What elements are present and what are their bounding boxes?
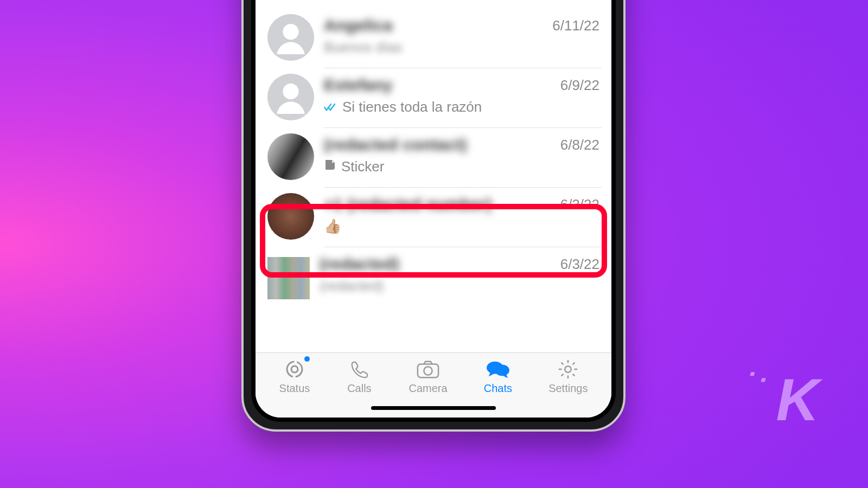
svg-point-10 (565, 366, 571, 372)
svg-line-16 (573, 374, 575, 376)
avatar-photo (267, 257, 310, 299)
tab-calls[interactable]: Calls (346, 358, 372, 395)
read-ticks-icon (324, 103, 338, 112)
chat-snippet: Si tienes toda la razón (324, 99, 554, 115)
status-ring-icon (282, 358, 308, 380)
app-screen: Angelica Buenos días 6/11/22 (256, 0, 611, 418)
tab-status[interactable]: Status (279, 358, 310, 395)
tab-label: Status (279, 382, 310, 395)
chat-date: 6/3/22 (560, 195, 599, 235)
tab-settings[interactable]: Settings (548, 358, 588, 395)
tab-label: Calls (347, 382, 371, 395)
phone-inner: Angelica Buenos días 6/11/22 (251, 0, 616, 422)
svg-point-1 (283, 24, 298, 40)
chat-date: 6/8/22 (560, 136, 599, 175)
svg-line-18 (573, 363, 575, 365)
tab-chats[interactable]: Chats (484, 358, 512, 395)
chat-snippet: Buenos días (324, 39, 546, 56)
svg-point-9 (495, 364, 509, 376)
chat-name: (redacted) (320, 255, 554, 273)
tab-label: Camera (409, 382, 448, 395)
svg-point-5 (291, 366, 298, 373)
avatar-placeholder-icon (267, 74, 314, 120)
chat-snippet: 👍🏼 (324, 218, 554, 235)
svg-point-3 (283, 84, 298, 99)
chat-name: Estefany (324, 76, 554, 94)
avatar-photo (267, 133, 314, 180)
svg-line-17 (561, 374, 564, 376)
chat-snippet: Sticker (324, 158, 554, 175)
chat-row-highlighted[interactable]: +1 (redacted number) 👍🏼 6/3/22 (256, 188, 611, 247)
svg-line-15 (561, 363, 564, 365)
camera-icon (415, 358, 441, 380)
chat-bubbles-icon (485, 358, 511, 380)
tab-label: Settings (548, 382, 588, 395)
chat-date: 6/3/22 (560, 255, 599, 294)
chat-name: (redacted contact) (324, 136, 554, 154)
phone-icon (346, 358, 372, 380)
watermark-logo: K (776, 365, 816, 434)
chat-row[interactable]: (redacted contact) Sticker 6/8/22 (256, 128, 611, 188)
sticker-icon (324, 158, 337, 175)
chat-name: Angelica (324, 16, 546, 35)
chat-date: 6/9/22 (560, 76, 599, 115)
tab-camera[interactable]: Camera (409, 358, 448, 395)
svg-point-4 (287, 362, 302, 377)
avatar-placeholder-icon (267, 14, 314, 61)
status-dot-icon (304, 356, 310, 362)
home-indicator[interactable] (371, 406, 496, 410)
chat-row[interactable]: (redacted) (redacted) 6/3/22 (256, 247, 611, 306)
svg-point-7 (424, 367, 432, 375)
avatar-photo (267, 193, 314, 240)
gear-icon (555, 358, 581, 380)
chat-name: +1 (redacted number) (324, 195, 554, 214)
chat-row[interactable]: Estefany Si tienes toda la razón 6/9/22 (256, 68, 611, 128)
phone-frame: Angelica Buenos días 6/11/22 (241, 0, 626, 432)
stage: Angelica Buenos días 6/11/22 (39, 0, 829, 442)
tab-label: Chats (484, 382, 512, 395)
chat-row[interactable]: Angelica Buenos días 6/11/22 (256, 9, 611, 68)
thumbs-up-icon: 👍🏼 (324, 218, 341, 235)
chat-date: 6/11/22 (552, 16, 599, 56)
chat-list[interactable]: Angelica Buenos días 6/11/22 (256, 0, 611, 352)
chat-snippet: (redacted) (320, 278, 554, 294)
